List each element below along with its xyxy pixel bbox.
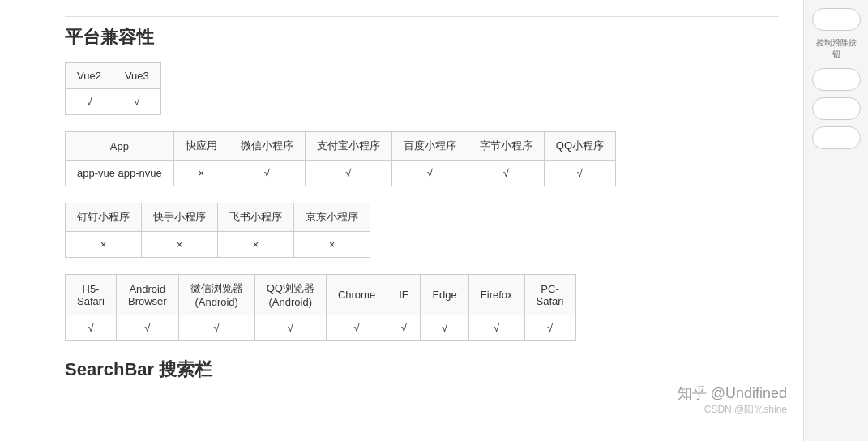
sidebar-input-2[interactable]: [812, 68, 861, 91]
dingding-val: ×: [66, 232, 142, 258]
weixin-browser-header: 微信浏览器(Android): [178, 275, 254, 315]
firefox-header: Firefox: [468, 275, 524, 315]
vue2-val: √: [66, 89, 113, 115]
ie-header: IE: [387, 275, 421, 315]
browser-table: H5-Safari AndroidBrowser 微信浏览器(Android) …: [65, 274, 576, 341]
pc-safari-val: √: [524, 315, 575, 341]
qq-browser-header: QQ浏览器(Android): [254, 275, 326, 315]
vue2-header: Vue2: [66, 63, 113, 89]
vue-table-wrapper: Vue2 Vue3 √ √: [65, 62, 779, 115]
pc-safari-header: PC-Safari: [524, 275, 575, 315]
sidebar-input-3[interactable]: [812, 97, 861, 120]
table-row: √ √ √ √ √ √ √ √ √: [66, 315, 576, 341]
h5safari-header: H5-Safari: [66, 275, 117, 315]
baidu-val: √: [391, 161, 468, 186]
vue-table: Vue2 Vue3 √ √: [65, 62, 161, 115]
dingding-header: 钉钉小程序: [66, 203, 142, 232]
top-divider: [65, 16, 779, 17]
baidu-header: 百度小程序: [391, 132, 468, 161]
app-table-wrapper: App 快应用 微信小程序 支付宝小程序 百度小程序 字节小程序 QQ小程序 a…: [65, 131, 779, 186]
edge-header: Edge: [421, 275, 468, 315]
zhifubao-val: √: [305, 161, 391, 186]
sidebar-label: 控制滑除按钮: [812, 37, 860, 60]
main-content: 平台兼容性 Vue2 Vue3 √ √ App 快应用: [0, 0, 803, 441]
android-browser-header: AndroidBrowser: [116, 275, 178, 315]
weixin-browser-val: √: [178, 315, 254, 341]
qq-header: QQ小程序: [544, 132, 615, 161]
sidebar-input-1[interactable]: [812, 8, 861, 31]
vue3-val: √: [113, 89, 160, 115]
android-browser-val: √: [116, 315, 178, 341]
h5safari-val: √: [66, 315, 117, 341]
watermark: 知乎 @Undifined CSDN @阳光shine: [678, 383, 787, 417]
platform-title: 平台兼容性: [65, 25, 779, 49]
weixin-val: √: [229, 161, 305, 186]
kuaishou-val: ×: [142, 232, 218, 258]
feishu-val: ×: [218, 232, 294, 258]
qq-val: √: [544, 161, 615, 186]
kuaishou-header: 快手小程序: [142, 203, 218, 232]
feishu-header: 飞书小程序: [218, 203, 294, 232]
firefox-val: √: [468, 315, 524, 341]
zhifubao-header: 支付宝小程序: [305, 132, 391, 161]
table-row: app-vue app-nvue × √ √ √ √ √: [66, 161, 616, 186]
app-table: App 快应用 微信小程序 支付宝小程序 百度小程序 字节小程序 QQ小程序 a…: [65, 131, 616, 186]
weixin-header: 微信小程序: [229, 132, 305, 161]
table-row: √ √: [66, 89, 161, 115]
mini-table: 钉钉小程序 快手小程序 飞书小程序 京东小程序 × × × ×: [65, 203, 370, 258]
zijie-header: 字节小程序: [468, 132, 544, 161]
sidebar-input-4[interactable]: [812, 126, 861, 149]
watermark-zhihu: 知乎 @Undifined: [678, 383, 787, 403]
chrome-header: Chrome: [326, 275, 387, 315]
jingdong-val: ×: [294, 232, 370, 258]
qq-browser-val: √: [254, 315, 326, 341]
ie-val: √: [387, 315, 421, 341]
kuaiyingyong-val: ×: [173, 161, 229, 186]
zijie-val: √: [468, 161, 544, 186]
searchbar-title: SearchBar 搜索栏: [65, 358, 779, 382]
vue3-header: Vue3: [113, 63, 160, 89]
watermark-csdn: CSDN @阳光shine: [704, 403, 787, 417]
chrome-val: √: [326, 315, 387, 341]
edge-val: √: [421, 315, 468, 341]
jingdong-header: 京东小程序: [294, 203, 370, 232]
mini-table-wrapper: 钉钉小程序 快手小程序 飞书小程序 京东小程序 × × × ×: [65, 203, 779, 258]
browser-table-wrapper: H5-Safari AndroidBrowser 微信浏览器(Android) …: [65, 274, 779, 341]
table-row: × × × ×: [66, 232, 370, 258]
kuaiyingyong-header: 快应用: [173, 132, 229, 161]
app-header: App: [66, 132, 174, 161]
app-val: app-vue app-nvue: [66, 161, 174, 186]
sidebar: 控制滑除按钮: [803, 0, 868, 441]
